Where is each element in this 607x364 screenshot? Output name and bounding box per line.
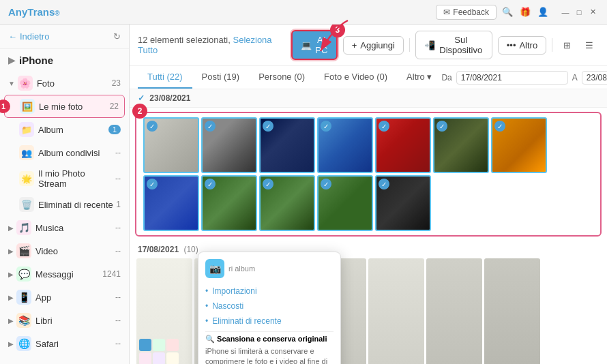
photo-thumb-2[interactable]: ✓ (201, 117, 257, 173)
tabs-bar: Tutti (22) Posti (19) Persone (0) Foto e… (130, 66, 607, 89)
refresh-button[interactable]: ↻ (113, 31, 121, 42)
popup-header: 📷 ri album (205, 259, 334, 278)
le-mie-foto-count: 22 (110, 102, 119, 111)
album-label: Album (38, 125, 108, 135)
photo-thumb-11[interactable]: ✓ (317, 175, 373, 231)
photo-stream-count: -- (115, 174, 121, 183)
minimize-button[interactable]: — (559, 6, 572, 18)
video-label: Video (35, 246, 115, 256)
photo-check-2: ✓ (205, 121, 216, 132)
popup-item-eliminati[interactable]: • Eliminati di recente (205, 314, 334, 329)
date-from-input[interactable] (456, 71, 568, 85)
photo-thumb-4[interactable]: ✓ (317, 117, 373, 173)
back-button[interactable]: ← Indietro (8, 31, 49, 42)
musica-count: -- (115, 223, 121, 232)
photo-stream-label: Il mio Photo Stream (38, 168, 115, 189)
toolbar-actions: 3 💻 AI PC + Aggiungi 📲 Sul Dispositivo (291, 30, 599, 60)
libri-label: Libri (35, 316, 115, 326)
chevron-right-libri-icon: ▶ (8, 317, 14, 324)
ai-pc-button[interactable]: 💻 AI PC (291, 30, 338, 60)
safari-label: Safari (35, 339, 115, 349)
photo-check-6: ✓ (436, 121, 447, 132)
sidebar-section-video[interactable]: ▶ 🎬 Video -- (0, 239, 129, 262)
chevron-right-safari-icon: ▶ (8, 340, 14, 348)
altro-button[interactable]: ••• Altro (498, 36, 546, 55)
chevron-right-messaggi-icon: ▶ (8, 271, 14, 278)
grid-view-button[interactable]: ⊞ (558, 35, 577, 55)
album-condivisi-count: -- (115, 148, 121, 157)
photo-lower-1[interactable] (136, 258, 192, 364)
close-button[interactable]: ✕ (587, 6, 599, 18)
device-transfer-icon: 📲 (424, 40, 435, 50)
chevron-right-app-icon: ▶ (8, 294, 14, 301)
sidebar-item-photo-stream[interactable]: 🌟 Il mio Photo Stream -- (0, 164, 129, 193)
popup-item-importazioni[interactable]: • Importazioni (205, 284, 334, 299)
sidebar-item-album[interactable]: 📁 Album 1 (0, 118, 129, 141)
date-range: Da A (441, 71, 607, 85)
dots-icon: ••• (507, 40, 516, 50)
eliminati-icon: 🗑️ (19, 197, 34, 212)
photos-row-2: ✓ ✓ ✓ ✓ ✓ (143, 175, 593, 231)
sidebar-section-safari[interactable]: ▶ 🌐 Safari -- (0, 332, 129, 355)
album-condivisi-icon: 👥 (19, 145, 34, 160)
photo-check-5: ✓ (379, 121, 389, 132)
sidebar-section-libri[interactable]: ▶ 📚 Libri -- (0, 309, 129, 332)
sidebar: ← Indietro ↻ ▶ iPhone ▼ 🌸 Foto 23 1 🖼️ L… (0, 25, 130, 364)
photos-area: ✓ 23/08/2021 2 ✓ ✓ ✓ ✓ ✓ ✓ ✓ (130, 89, 607, 364)
ai-pc-btn-wrapper: 3 💻 AI PC (291, 30, 338, 60)
tab-altro[interactable]: Altro ▾ (397, 66, 441, 89)
photo-thumb-3[interactable]: ✓ (259, 117, 315, 173)
sidebar-section-foto[interactable]: ▼ 🌸 Foto 23 (0, 72, 129, 95)
dispositivo-button[interactable]: 📲 Sul Dispositivo (415, 31, 492, 59)
photo-thumb-9[interactable]: ✓ (201, 175, 257, 231)
libri-count: -- (115, 316, 121, 325)
tab-tutti[interactable]: Tutti (22) (138, 66, 192, 89)
titlebar: AnyTrans® ✉ Feedback 🔍 🎁 👤 — □ ✕ (0, 0, 607, 25)
photo-thumb-7[interactable]: ✓ (491, 117, 547, 173)
sidebar-section-app[interactable]: ▶ 📱 App -- (0, 286, 129, 309)
photo-thumb-12[interactable]: ✓ (375, 175, 431, 231)
photo-thumb-5[interactable]: ✓ (375, 117, 431, 173)
scan-icon: 🔍 (205, 335, 215, 343)
toolbar: 12 elementi selezionati, Seleziona Tutto… (130, 25, 607, 66)
toolbar-separator (409, 38, 410, 52)
list-view-button[interactable]: ☰ (580, 35, 599, 55)
mini-icon-3 (166, 339, 179, 351)
mini-icon-4 (139, 352, 151, 364)
photo-lower-7[interactable] (484, 258, 540, 364)
aggiungi-button[interactable]: + Aggiungi (343, 36, 404, 55)
photo-thumb-1[interactable]: ✓ (143, 117, 199, 173)
sidebar-item-album-condivisi[interactable]: 👥 Album condivisi -- (0, 141, 129, 164)
photos-row-lower: 📷 ri album • Importazioni • Nascosti (130, 258, 607, 364)
album-icon: 📁 (19, 122, 34, 137)
user-icon[interactable]: 👤 (537, 7, 548, 17)
tab-foto-video[interactable]: Foto e Video (0) (314, 66, 397, 89)
sidebar-item-le-mie-foto[interactable]: 1 🖼️ Le mie foto 22 (4, 95, 125, 118)
maximize-button[interactable]: □ (573, 6, 585, 18)
le-mie-foto-icon: 🖼️ (20, 99, 35, 114)
search-icon[interactable]: 🔍 (502, 7, 513, 17)
gift-icon[interactable]: 🎁 (520, 7, 531, 17)
photo-check-8: ✓ (147, 179, 158, 189)
tab-persone[interactable]: Persone (0) (249, 66, 314, 89)
device-header: ▶ iPhone (0, 49, 129, 72)
safari-count: -- (115, 339, 121, 348)
photo-lower-6[interactable] (426, 258, 482, 364)
sidebar-item-eliminati[interactable]: 🗑️ Eliminati di recente 1 (0, 193, 129, 216)
plus-icon: + (352, 40, 357, 50)
photo-thumb-8[interactable]: ✓ (143, 175, 199, 231)
photo-lower-5[interactable] (368, 258, 424, 364)
popup-item-nascosti[interactable]: • Nascosti (205, 299, 334, 314)
popup-overlay: 📷 ri album • Importazioni • Nascosti (198, 252, 341, 364)
sidebar-section-messaggi[interactable]: ▶ 💬 Messaggi 1241 (0, 262, 129, 286)
date-to-input[interactable] (582, 71, 607, 85)
popup-divider (205, 331, 334, 332)
sidebar-section-musica[interactable]: ▶ 🎵 Musica -- (0, 216, 129, 239)
tab-posti[interactable]: Posti (19) (192, 66, 250, 89)
feedback-button[interactable]: ✉ Feedback (436, 5, 497, 20)
photo-thumb-10[interactable]: ✓ (259, 175, 315, 231)
photo-thumb-6[interactable]: ✓ (433, 117, 489, 173)
messaggi-count: 1241 (102, 269, 121, 279)
selected-photos-container: ✓ ✓ ✓ ✓ ✓ ✓ ✓ ✓ ✓ ✓ ✓ ✓ (135, 112, 602, 237)
annotation-1: 1 (0, 100, 10, 113)
